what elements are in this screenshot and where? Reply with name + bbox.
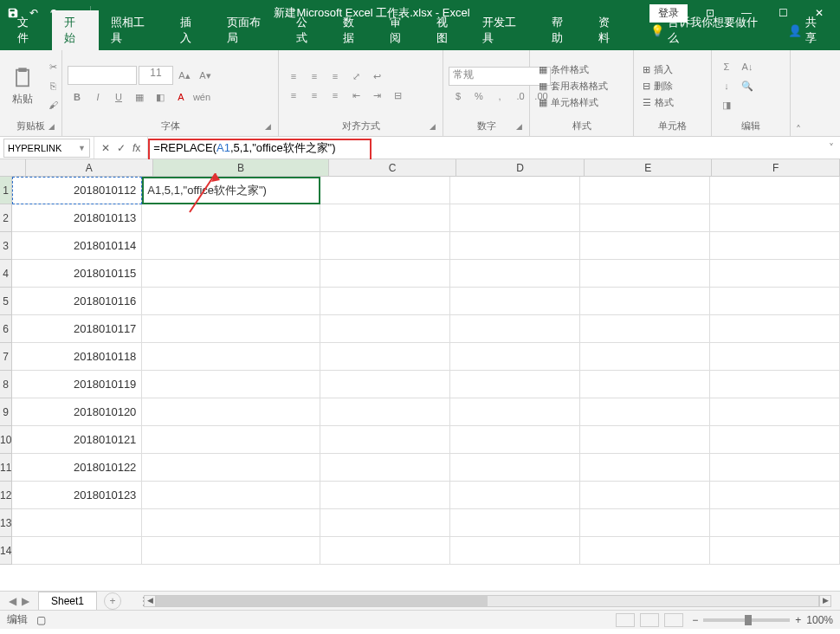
percent-icon[interactable]: % [469,87,488,105]
cell-c1[interactable] [320,177,450,204]
find-icon[interactable]: 🔍 [738,77,757,94]
col-header-f[interactable]: F [712,159,840,176]
add-sheet-button[interactable]: + [104,592,121,610]
copy-icon[interactable]: ⎘ [43,77,62,94]
merge-cells-icon[interactable]: ⊟ [388,87,407,104]
autosum-icon[interactable]: Σ [717,58,736,75]
decrease-font-icon[interactable]: A▾ [196,67,215,84]
cancel-formula-icon[interactable]: ✕ [101,142,110,154]
row-header-8[interactable]: 8 [0,371,12,398]
underline-button[interactable]: U [109,88,128,106]
tab-file[interactable]: 文件 [5,10,52,50]
collapse-ribbon-icon[interactable]: ˄ [790,50,805,136]
row-header-6[interactable]: 6 [0,315,12,343]
select-all-corner[interactable] [0,159,26,176]
tab-data[interactable]: 数据 [331,10,378,50]
orientation-icon[interactable]: ⤢ [346,68,365,85]
cell-a7[interactable]: 2018010118 [12,343,142,370]
cut-icon[interactable]: ✂ [43,58,62,75]
tab-insert[interactable]: 插入 [168,10,215,50]
font-size-select[interactable]: 11 [139,66,173,85]
col-header-d[interactable]: D [456,159,585,176]
tab-resources[interactable]: 资料 [586,10,633,50]
tab-camera[interactable]: 照相工具 [99,10,168,50]
row-header-7[interactable]: 7 [0,343,12,371]
cell-a3[interactable]: 2018010114 [12,232,142,259]
align-bottom-icon[interactable]: ≡ [326,68,345,85]
name-box[interactable]: HYPERLINK ▼ [3,139,90,158]
sort-filter-icon[interactable]: A↓ [738,58,757,75]
row-header-9[interactable]: 9 [0,398,12,426]
increase-indent-icon[interactable]: ⇥ [367,87,386,104]
name-box-dropdown-icon[interactable]: ▼ [78,144,86,152]
font-family-select[interactable] [68,66,137,85]
row-header-11[interactable]: 11 [0,454,12,482]
tab-layout[interactable]: 页面布局 [215,10,284,50]
enter-formula-icon[interactable]: ✓ [117,142,126,154]
decrease-indent-icon[interactable]: ⇤ [346,87,365,104]
bold-button[interactable]: B [68,88,87,106]
page-break-view-icon[interactable] [664,613,683,627]
tab-help[interactable]: 帮助 [540,10,586,50]
currency-icon[interactable]: $ [449,87,468,105]
insert-cells-button[interactable]: ⊞插入 [639,62,677,77]
cell-a10[interactable]: 2018010121 [12,426,142,453]
number-launcher-icon[interactable]: ◢ [514,122,524,133]
align-top-icon[interactable]: ≡ [284,68,303,85]
cell-a5[interactable]: 2018010116 [12,288,142,314]
cells-area[interactable]: 2018010112A1,5,1,"office软件之家") 201801011… [12,177,840,565]
row-header-4[interactable]: 4 [0,260,12,288]
comma-icon[interactable]: , [490,87,509,105]
tab-view[interactable]: 视图 [424,10,471,50]
paste-button[interactable]: 粘贴 [5,64,40,108]
page-layout-view-icon[interactable] [640,613,659,627]
sheet-nav-next-icon[interactable]: ▶ [22,595,29,607]
table-format-button[interactable]: ▦套用表格格式 [535,79,611,94]
normal-view-icon[interactable] [616,613,635,627]
fill-icon[interactable]: ↓ [717,77,736,94]
align-middle-icon[interactable]: ≡ [305,68,324,85]
clipboard-launcher-icon[interactable]: ◢ [46,122,56,133]
cell-f1[interactable] [710,177,840,204]
row-header-14[interactable]: 14 [0,537,12,565]
cell-e1[interactable] [580,177,710,204]
row-header-2[interactable]: 2 [0,204,12,232]
cell-a4[interactable]: 2018010115 [12,260,142,287]
align-center-icon[interactable]: ≡ [305,87,324,104]
row-header-12[interactable]: 12 [0,482,12,509]
cell-b1[interactable]: A1,5,1,"office软件之家") [142,177,320,204]
cell-a1[interactable]: 2018010112 [12,177,142,204]
cell-d1[interactable] [450,177,580,204]
cell-a12[interactable]: 2018010123 [12,482,142,508]
zoom-level[interactable]: 100% [806,614,833,626]
phonetic-icon[interactable]: wén [192,88,211,106]
tab-formulas[interactable]: 公式 [284,10,331,50]
format-cells-button[interactable]: ☰格式 [639,95,677,110]
expand-formula-bar-icon[interactable]: ˅ [823,142,840,154]
row-header-10[interactable]: 10 [0,426,12,454]
zoom-out-button[interactable]: − [692,614,698,626]
sheet-tab-1[interactable]: Sheet1 [38,592,97,610]
align-left-icon[interactable]: ≡ [284,87,303,104]
font-launcher-icon[interactable]: ◢ [262,122,273,133]
horizontal-scrollbar[interactable]: ⋮ ◀ ▶ [130,595,831,607]
col-header-a[interactable]: A [26,159,154,176]
col-header-c[interactable]: C [329,159,457,176]
alignment-launcher-icon[interactable]: ◢ [427,122,437,133]
fill-color-icon[interactable]: ◧ [151,88,170,106]
zoom-slider[interactable] [703,618,790,622]
cell-a11[interactable]: 2018010122 [12,454,142,481]
col-header-b[interactable]: B [153,159,329,176]
row-header-5[interactable]: 5 [0,288,12,315]
cell-styles-button[interactable]: ▦单元格样式 [535,95,611,110]
worksheet-grid[interactable]: A B C D E F 1 2 3 4 5 6 7 8 9 10 11 12 1… [0,159,840,591]
align-right-icon[interactable]: ≡ [326,87,345,104]
delete-cells-button[interactable]: ⊟删除 [639,79,677,94]
cell-a8[interactable]: 2018010119 [12,371,142,398]
share-button[interactable]: 👤 共享 [776,10,840,50]
cell-a9[interactable]: 2018010120 [12,398,142,425]
increase-font-icon[interactable]: A▴ [175,67,194,84]
increase-decimal-icon[interactable]: .0 [511,87,530,105]
macro-record-icon[interactable]: ▢ [36,614,46,626]
scroll-left-icon[interactable]: ◀ [144,595,156,607]
